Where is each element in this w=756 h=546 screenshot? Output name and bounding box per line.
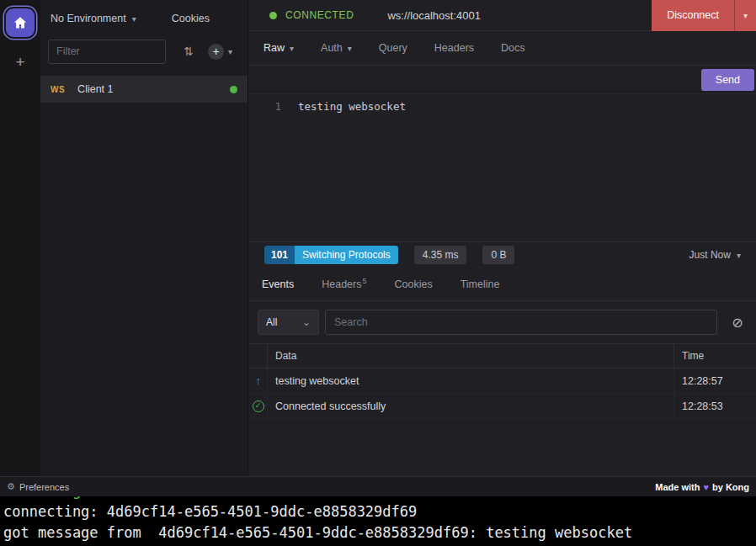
response-time-badge: 4.35 ms bbox=[414, 246, 467, 264]
terminal-line-message: got message from 4d69cf14-e565-4501-9ddc… bbox=[3, 522, 756, 543]
caret-down-icon: ▾ bbox=[737, 251, 741, 260]
status-bar: ⚙ Preferences Made with ♥ by Kong bbox=[0, 476, 756, 496]
add-request-dropdown[interactable]: + ▾ bbox=[208, 44, 232, 60]
events-filter-row: All ⌄ ⊘ bbox=[249, 301, 756, 343]
caret-down-icon: ▾ bbox=[348, 44, 352, 53]
headers-count-badge: 5 bbox=[362, 277, 366, 285]
tab-timeline[interactable]: Timeline bbox=[461, 278, 500, 290]
response-history-dropdown[interactable]: Just Now ▾ bbox=[689, 249, 741, 261]
response-meta-bar: 101 Switching Protocols 4.35 ms 0 B Just… bbox=[249, 241, 756, 268]
websocket-url-input[interactable]: ws://localhost:4001 bbox=[387, 9, 481, 22]
tab-query-label: Query bbox=[379, 42, 407, 54]
connection-bar: CONNECTED ws://localhost:4001 Disconnect… bbox=[249, 0, 756, 31]
plus-circle-icon: + bbox=[208, 44, 224, 60]
tab-docs[interactable]: Docs bbox=[501, 42, 524, 54]
terminal-line-connecting: connecting: 4d69cf14-e565-4501-9ddc-e885… bbox=[3, 501, 756, 522]
connection-status: CONNECTED bbox=[285, 9, 354, 21]
made-by-kong-link[interactable]: Made with ♥ by Kong bbox=[655, 482, 749, 492]
line-number: 1 bbox=[249, 99, 286, 241]
event-data-cell: Connected successfully bbox=[268, 394, 674, 418]
clear-events-icon[interactable]: ⊘ bbox=[727, 315, 748, 331]
sidebar-item-client-1[interactable]: WS Client 1 bbox=[40, 76, 248, 103]
send-button[interactable]: Send bbox=[701, 69, 754, 91]
sidebar: No Environment ▾ Cookies ⇅ + ▾ WS Client… bbox=[40, 0, 248, 476]
client-name: Client 1 bbox=[77, 83, 113, 95]
main-pane: CONNECTED ws://localhost:4001 Disconnect… bbox=[249, 0, 756, 476]
disconnect-button[interactable]: Disconnect bbox=[652, 0, 734, 31]
home-icon bbox=[13, 15, 28, 30]
event-icon-cell: ✓ bbox=[249, 394, 268, 418]
tab-auth[interactable]: Auth ▾ bbox=[321, 42, 352, 54]
event-row-sent[interactable]: ↑ testing websocket 12:28:57 bbox=[249, 368, 756, 394]
tab-response-cookies[interactable]: Cookies bbox=[394, 278, 432, 290]
connected-dot-icon bbox=[230, 86, 237, 93]
status-code: 101 bbox=[264, 246, 295, 264]
response-timestamp: Just Now bbox=[689, 249, 731, 261]
caret-down-icon: ▾ bbox=[228, 47, 232, 56]
request-tabs: Raw ▾ Auth ▾ Query Headers Docs bbox=[249, 31, 756, 66]
made-with-label: Made with bbox=[655, 482, 700, 492]
data-column-header: Data bbox=[268, 344, 674, 368]
ws-method-tag: WS bbox=[51, 85, 65, 94]
caret-down-icon: ▾ bbox=[290, 44, 294, 53]
tab-docs-label: Docs bbox=[501, 42, 524, 54]
response-tabs: Events Headers5 Cookies Timeline bbox=[249, 268, 756, 301]
tab-query[interactable]: Query bbox=[379, 42, 407, 54]
activity-bar: + bbox=[0, 0, 40, 476]
event-type-value: All bbox=[266, 316, 277, 328]
gear-icon: ⚙ bbox=[7, 481, 15, 492]
tab-auth-label: Auth bbox=[321, 42, 343, 54]
response-size-badge: 0 B bbox=[482, 246, 514, 264]
tab-headers-label: Headers bbox=[434, 42, 474, 54]
time-column-header: Time bbox=[674, 350, 756, 362]
tab-raw-label: Raw bbox=[264, 42, 285, 54]
cookies-button[interactable]: Cookies bbox=[172, 13, 210, 24]
terminal-output: listening for websocket connections conn… bbox=[0, 496, 756, 546]
home-button[interactable] bbox=[6, 8, 35, 37]
new-item-button[interactable]: + bbox=[0, 50, 40, 74]
tab-events[interactable]: Events bbox=[262, 278, 294, 290]
filter-input[interactable] bbox=[48, 40, 166, 64]
insomnia-window: + No Environment ▾ Cookies ⇅ + ▾ WS Clie… bbox=[0, 0, 756, 546]
sidebar-filter-row: ⇅ + ▾ bbox=[40, 37, 248, 66]
tab-timeline-label: Timeline bbox=[461, 278, 500, 290]
sort-icon[interactable]: ⇅ bbox=[180, 45, 197, 58]
by-kong-label: by Kong bbox=[712, 482, 749, 492]
disconnect-button-group: Disconnect ▾ bbox=[652, 0, 756, 31]
check-circle-icon: ✓ bbox=[253, 400, 264, 412]
sidebar-header: No Environment ▾ Cookies bbox=[40, 0, 248, 37]
heart-icon: ♥ bbox=[703, 482, 709, 492]
message-editor[interactable]: 1 testing websocket bbox=[249, 94, 756, 241]
preferences-button[interactable]: ⚙ Preferences bbox=[7, 481, 69, 492]
message-body: testing websocket bbox=[298, 99, 406, 241]
environment-label: No Environment bbox=[51, 13, 126, 24]
event-time-cell: 12:28:57 bbox=[674, 375, 756, 387]
event-type-select[interactable]: All ⌄ bbox=[258, 310, 319, 335]
plus-icon: + bbox=[15, 53, 24, 72]
chevron-down-icon: ⌄ bbox=[302, 316, 311, 328]
tab-response-headers[interactable]: Headers5 bbox=[322, 277, 366, 290]
caret-down-icon: ▾ bbox=[132, 14, 136, 24]
events-table-header: Data Time bbox=[249, 343, 756, 368]
status-dot-icon bbox=[269, 12, 277, 19]
tab-response-cookies-label: Cookies bbox=[394, 278, 432, 290]
environment-dropdown[interactable]: No Environment ▾ bbox=[51, 13, 136, 24]
send-row: Send bbox=[249, 66, 756, 94]
event-icon-cell: ↑ bbox=[249, 368, 268, 393]
tab-events-label: Events bbox=[262, 278, 294, 290]
status-badge: 101 Switching Protocols bbox=[264, 246, 398, 264]
tab-response-headers-label: Headers5 bbox=[322, 277, 366, 290]
tab-headers[interactable]: Headers bbox=[434, 42, 474, 54]
status-text: Switching Protocols bbox=[295, 246, 398, 264]
message-sent-arrow-icon: ↑ bbox=[256, 375, 261, 387]
event-data-cell: testing websocket bbox=[268, 368, 674, 393]
event-time-cell: 12:28:53 bbox=[674, 400, 756, 412]
caret-down-icon: ▾ bbox=[743, 11, 748, 20]
tab-raw[interactable]: Raw ▾ bbox=[264, 42, 294, 54]
event-search-input[interactable] bbox=[325, 310, 717, 335]
icon-column-header bbox=[249, 344, 268, 368]
event-row-connected[interactable]: ✓ Connected successfully 12:28:53 bbox=[249, 394, 756, 419]
disconnect-options-button[interactable]: ▾ bbox=[734, 0, 756, 31]
terminal-lines: listening for websocket connections conn… bbox=[3, 496, 756, 543]
preferences-label: Preferences bbox=[19, 482, 69, 492]
